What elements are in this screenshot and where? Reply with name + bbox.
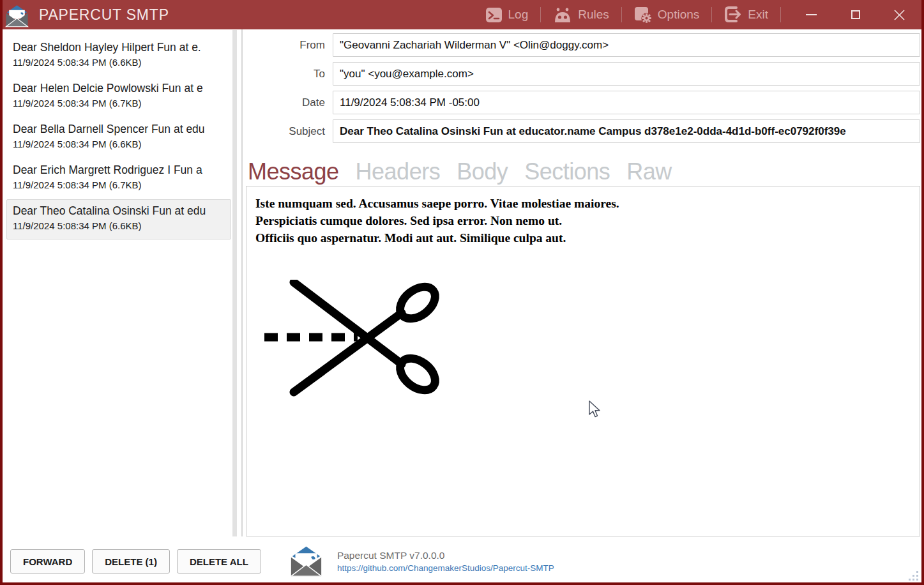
maximize-button[interactable] [833,0,877,29]
email-subject: Dear Erich Margrett Rodriguez I Fun a [13,163,227,177]
window-border-bottom [0,582,924,585]
rules-button-label: Rules [578,8,609,22]
email-list-item[interactable]: Dear Erich Margrett Rodriguez I Fun a 11… [6,158,231,199]
from-field[interactable] [333,33,920,57]
title-bar[interactable]: PAPERCUT SMTP Log Rules [0,0,924,29]
view-tabs: Message Headers Body Sections Raw [248,151,921,185]
email-list-item-selected[interactable]: Dear Theo Catalina Osinski Fun at edu 11… [6,199,231,239]
log-button[interactable]: Log [481,6,533,24]
tab-body[interactable]: Body [457,158,508,185]
close-icon [894,10,905,20]
window-border-right [921,0,924,585]
exit-button-label: Exit [748,8,768,22]
from-label: From [243,39,333,52]
delete-button[interactable]: DELETE (1) [92,549,170,574]
resize-grip[interactable] [907,571,920,582]
footer-brand: Papercut SMTP v7.0.0.0 https://github.co… [288,545,554,578]
message-detail-pane: From To Date Subject Message Headers Bod… [243,29,921,536]
subject-label: Subject [243,125,333,138]
papercut-logo-icon [4,3,30,29]
app-version: Papercut SMTP v7.0.0.0 [337,550,554,561]
message-text-line: Iste numquam sed. Accusamus saepe porro.… [255,195,911,212]
toolbar-separator [621,7,622,22]
window-border-left [0,0,3,585]
email-list-scrollbar[interactable] [232,30,237,536]
exit-icon [724,6,742,24]
rules-robot-icon [553,6,572,24]
options-button-label: Options [658,8,699,22]
to-field[interactable] [333,62,920,86]
bottom-bar: FORWARD DELETE (1) DELETE ALL Papercut S… [3,540,921,582]
github-link[interactable]: https://github.com/ChangemakerStudios/Pa… [337,563,554,573]
minimize-icon [806,14,817,15]
app-title: PAPERCUT SMTP [39,6,169,24]
toolbar-separator [780,7,781,22]
options-gear-icon [634,6,652,24]
options-button[interactable]: Options [630,6,703,24]
email-meta: 11/9/2024 5:08:34 PM (6.6KB) [13,57,227,68]
tab-sections[interactable]: Sections [524,158,610,185]
tab-headers[interactable]: Headers [356,158,441,185]
email-subject: Dear Helen Delcie Powlowski Fun at e [13,82,227,95]
exit-button[interactable]: Exit [720,6,772,24]
scissors-cut-image [262,280,443,397]
maximize-icon [851,10,860,19]
toolbar-separator [540,7,541,22]
email-meta: 11/9/2024 5:08:34 PM (6.7KB) [13,98,227,109]
email-subject: Dear Bella Darnell Spencer Fun at edu [13,123,227,136]
minimize-button[interactable] [789,0,833,29]
app-window: PAPERCUT SMTP Log Rules [0,0,924,585]
tab-message[interactable]: Message [248,158,339,185]
message-body-panel: Iste numquam sed. Accusamus saepe porro.… [246,186,920,536]
email-subject: Dear Theo Catalina Osinski Fun at edu [13,204,227,218]
email-list: Dear Sheldon Hayley Hilpert Fun at e. 11… [3,30,231,536]
email-meta: 11/9/2024 5:08:34 PM (6.7KB) [13,179,227,190]
forward-button[interactable]: FORWARD [10,549,85,574]
email-list-item[interactable]: Dear Bella Darnell Spencer Fun at edu 11… [6,118,231,158]
message-text-line: Officiis quo aspernatur. Modi aut aut. S… [255,229,911,247]
date-label: Date [243,96,333,109]
message-text-line: Perspiciatis cumque dolores. Sed ipsa er… [255,212,911,229]
mouse-cursor [588,400,602,420]
email-list-item[interactable]: Dear Sheldon Hayley Hilpert Fun at e. 11… [6,36,231,76]
rules-button[interactable]: Rules [549,6,613,24]
date-field[interactable] [333,91,920,114]
toolbar-separator [711,7,712,22]
email-subject: Dear Sheldon Hayley Hilpert Fun at e. [13,41,227,54]
email-list-item[interactable]: Dear Helen Delcie Powlowski Fun at e 11/… [6,77,231,117]
close-button[interactable] [877,0,921,29]
email-meta: 11/9/2024 5:08:34 PM (6.6KB) [13,220,227,231]
to-label: To [243,68,333,80]
log-terminal-icon [485,6,503,24]
papercut-footer-logo-icon [288,545,324,578]
log-button-label: Log [508,8,529,22]
email-meta: 11/9/2024 5:08:34 PM (6.6KB) [13,139,227,149]
subject-field[interactable] [333,119,920,143]
tab-raw[interactable]: Raw [626,158,672,185]
delete-all-button[interactable]: DELETE ALL [177,549,261,574]
